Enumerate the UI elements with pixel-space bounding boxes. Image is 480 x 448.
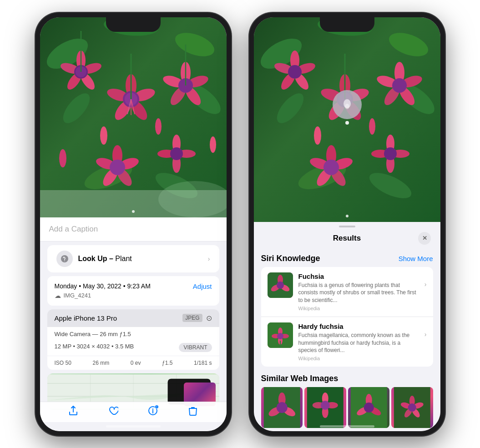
svg-point-36 — [110, 160, 125, 175]
iso-value: ISO 50 — [55, 360, 71, 366]
resolution-detail: 12 MP • 3024 × 4032 • 3.5 MB — [55, 343, 134, 350]
camera-row1: Apple iPhone 13 Pro JPEG ⊙ — [47, 309, 219, 327]
camera-row3: 12 MP • 3024 × 4032 • 3.5 MB VIBRANT — [47, 341, 219, 356]
svg-point-42 — [100, 126, 107, 145]
hardy-fuchsia-text: Hardy fuchsia Fuchsia magellanica, commo… — [298, 322, 419, 361]
notch — [106, 17, 161, 32]
home-indicator — [106, 425, 161, 428]
web-images-section: Similar Web Images — [261, 374, 433, 428]
photo-area — [40, 17, 227, 217]
info-area: Add a Caption Look Up – Plant › — [40, 217, 227, 431]
web-image-1[interactable] — [261, 387, 303, 428]
svg-point-98 — [384, 147, 397, 160]
results-sheet: Results ✕ Siri Knowledge Show More — [254, 222, 440, 431]
location-icon: ⊙ — [206, 314, 212, 322]
svg-point-100 — [369, 118, 375, 135]
info-button[interactable]: i — [148, 406, 158, 418]
hardy-fuchsia-thumbnail — [268, 322, 293, 348]
fuchsia-name: Fuchsia — [298, 272, 419, 280]
phone-2: Results ✕ Siri Knowledge Show More — [249, 13, 445, 436]
siri-knowledge-header: Siri Knowledge Show More — [261, 254, 433, 263]
svg-point-81 — [288, 65, 302, 79]
phone2-content: Results ✕ Siri Knowledge Show More — [254, 17, 440, 431]
lookup-chevron: › — [208, 255, 210, 262]
adjust-button[interactable]: Adjust — [193, 282, 212, 290]
fuchsia-thumbnail — [268, 272, 293, 298]
lens-detail: Wide Camera — 26 mm ƒ1.5 — [55, 331, 212, 337]
hardy-fuchsia-chevron: › — [424, 331, 427, 338]
svg-point-41 — [170, 147, 183, 160]
shutter-value: 1/181 s — [194, 360, 212, 366]
svg-point-131 — [364, 403, 374, 413]
jpeg-badge: JPEG — [182, 314, 202, 322]
home-indicator-2 — [320, 425, 374, 428]
cloud-icon: ☁ — [55, 292, 61, 299]
svg-point-114 — [277, 333, 283, 339]
fuchsia-source: Wikipedia — [298, 306, 419, 311]
meta-filename: ☁ IMG_4241 — [55, 292, 212, 299]
siri-badge — [333, 90, 362, 119]
svg-point-99 — [314, 126, 321, 145]
caption-placeholder[interactable]: Add a Caption — [49, 225, 98, 233]
metadata-section: Monday • May 30, 2022 • 9:23 AM Adjust ☁… — [47, 276, 219, 306]
ev-value: 0 ev — [131, 360, 141, 366]
fuchsia-desc: Fuchsia is a genus of flowering plants t… — [298, 282, 419, 304]
svg-point-103 — [345, 104, 349, 109]
fuchsia-chevron: › — [424, 281, 427, 288]
camera-section: Apple iPhone 13 Pro JPEG ⊙ Wide Camera —… — [47, 309, 219, 370]
meta-date-row: Monday • May 30, 2022 • 9:23 AM Adjust — [55, 282, 212, 290]
svg-point-138 — [408, 403, 416, 412]
hardy-fuchsia-source: Wikipedia — [298, 356, 419, 361]
svg-point-45 — [59, 149, 66, 167]
sheet-header: Results ✕ — [254, 227, 440, 248]
fuchsia-text: Fuchsia Fuchsia is a genus of flowering … — [298, 272, 419, 311]
web-images-row — [261, 387, 433, 428]
page-dot-2 — [346, 215, 349, 217]
phone1-content: Add a Caption Look Up – Plant › — [40, 17, 227, 431]
vibrant-badge: VIBRANT — [179, 343, 212, 352]
web-image-3[interactable] — [348, 387, 390, 428]
caption-field[interactable]: Add a Caption — [40, 217, 227, 242]
exif-row: ISO 50 26 mm 0 ev ƒ1.5 1/181 s — [47, 356, 219, 370]
camera-row2: Wide Camera — 26 mm ƒ1.5 — [47, 327, 219, 341]
web-image-4[interactable] — [391, 387, 433, 428]
siri-dot — [345, 121, 349, 125]
svg-point-52 — [64, 260, 65, 261]
results-content: Siri Knowledge Show More — [254, 248, 440, 431]
close-button[interactable]: ✕ — [418, 232, 431, 245]
web-image-2[interactable] — [304, 387, 346, 428]
knowledge-item-1[interactable]: Fuchsia Fuchsia is a genus of flowering … — [261, 267, 433, 317]
hardy-fuchsia-name: Hardy fuchsia — [298, 322, 419, 330]
heart-button[interactable] — [108, 406, 118, 418]
svg-point-93 — [323, 160, 339, 175]
svg-point-44 — [210, 136, 216, 153]
knowledge-card: Fuchsia Fuchsia is a genus of flowering … — [261, 267, 433, 367]
siri-knowledge-title: Siri Knowledge — [261, 254, 320, 263]
results-title: Results — [333, 234, 361, 243]
knowledge-item-2[interactable]: Hardy fuchsia Fuchsia magellanica, commo… — [261, 317, 433, 367]
share-button[interactable] — [68, 406, 78, 418]
svg-point-87 — [392, 78, 407, 93]
lookup-icon — [56, 251, 73, 267]
page-dot — [132, 210, 135, 213]
phone-1: Add a Caption Look Up – Plant › — [35, 13, 231, 436]
notch-2 — [320, 17, 374, 32]
web-images-title: Similar Web Images — [261, 374, 433, 383]
lookup-text: Look Up – Plant — [78, 255, 132, 263]
svg-point-108 — [277, 282, 284, 289]
meta-date: Monday • May 30, 2022 • 9:23 AM — [55, 282, 151, 290]
camera-name: Apple iPhone 13 Pro — [55, 314, 117, 322]
svg-point-126 — [321, 401, 330, 410]
svg-point-120 — [276, 402, 287, 413]
bottom-toolbar: i — [40, 402, 227, 422]
camera-badges: JPEG ⊙ — [182, 314, 212, 322]
trash-button[interactable] — [188, 406, 198, 418]
hardy-fuchsia-desc: Fuchsia magellanica, commonly known as t… — [298, 332, 419, 354]
photo-area-2 — [254, 17, 440, 222]
focal-value: 26 mm — [92, 360, 109, 366]
show-more-button[interactable]: Show More — [399, 255, 433, 262]
lookup-row[interactable]: Look Up – Plant › — [47, 245, 219, 272]
aperture-value: ƒ1.5 — [162, 360, 172, 366]
svg-point-43 — [155, 118, 162, 135]
